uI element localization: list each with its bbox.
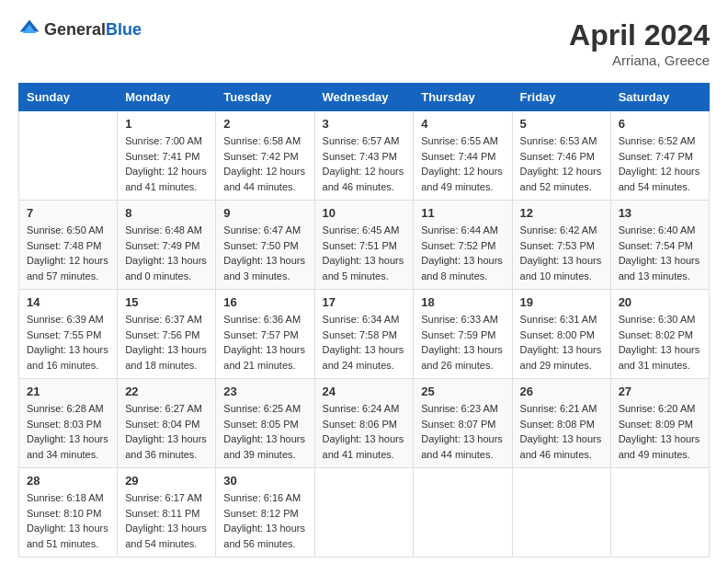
week-row-5: 28Sunrise: 6:18 AMSunset: 8:10 PMDayligh… [19,468,710,557]
day-number: 25 [421,385,504,398]
weekday-header-sunday: Sunday [19,84,118,111]
day-info: Sunrise: 6:52 AMSunset: 7:47 PMDaylight:… [619,133,701,194]
calendar-cell: 1Sunrise: 7:00 AMSunset: 7:41 PMDaylight… [118,111,216,201]
calendar-cell: 21Sunrise: 6:28 AMSunset: 8:03 PMDayligh… [19,379,118,468]
day-number: 28 [27,474,109,488]
day-info: Sunrise: 6:48 AMSunset: 7:49 PMDaylight:… [125,223,208,283]
calendar-cell: 14Sunrise: 6:39 AMSunset: 7:55 PMDayligh… [19,290,118,379]
day-info: Sunrise: 6:18 AMSunset: 8:10 PMDaylight:… [27,490,109,551]
day-number: 11 [421,206,504,220]
page-header: GeneralBlue April 2024 Arriana, Greece [18,18,710,68]
day-number: 12 [520,206,603,220]
day-number: 14 [27,295,109,309]
calendar-cell: 2Sunrise: 6:58 AMSunset: 7:42 PMDaylight… [216,111,314,201]
month-title: April 2024 [569,18,710,52]
week-row-1: 1Sunrise: 7:00 AMSunset: 7:41 PMDaylight… [19,111,710,201]
calendar-cell: 19Sunrise: 6:31 AMSunset: 8:00 PMDayligh… [512,290,610,379]
day-info: Sunrise: 6:25 AMSunset: 8:05 PMDaylight:… [223,401,306,462]
day-info: Sunrise: 6:16 AMSunset: 8:12 PMDaylight:… [223,490,306,551]
week-row-3: 14Sunrise: 6:39 AMSunset: 7:55 PMDayligh… [19,290,710,379]
day-info: Sunrise: 6:33 AMSunset: 7:59 PMDaylight:… [421,312,504,373]
calendar-cell: 10Sunrise: 6:45 AMSunset: 7:51 PMDayligh… [314,201,414,290]
logo-blue: Blue [106,20,142,39]
calendar-table: SundayMondayTuesdayWednesdayThursdayFrid… [18,83,710,557]
calendar-cell [610,468,709,557]
day-info: Sunrise: 6:50 AMSunset: 7:48 PMDaylight:… [27,223,109,283]
calendar-cell: 17Sunrise: 6:34 AMSunset: 7:58 PMDayligh… [314,290,414,379]
day-number: 23 [223,385,306,398]
day-number: 24 [323,385,406,398]
calendar-cell: 3Sunrise: 6:57 AMSunset: 7:43 PMDaylight… [314,111,414,201]
calendar-cell: 27Sunrise: 6:20 AMSunset: 8:09 PMDayligh… [610,379,709,468]
day-number: 13 [619,206,701,220]
day-info: Sunrise: 6:21 AMSunset: 8:08 PMDaylight:… [520,401,603,462]
day-number: 4 [421,117,504,131]
title-section: April 2024 Arriana, Greece [569,18,710,68]
calendar-cell: 12Sunrise: 6:42 AMSunset: 7:53 PMDayligh… [512,201,610,290]
calendar-cell: 24Sunrise: 6:24 AMSunset: 8:06 PMDayligh… [314,379,414,468]
day-number: 22 [125,385,208,398]
day-number: 2 [223,117,306,131]
calendar-cell: 18Sunrise: 6:33 AMSunset: 7:59 PMDayligh… [414,290,512,379]
calendar-cell: 23Sunrise: 6:25 AMSunset: 8:05 PMDayligh… [216,379,314,468]
day-info: Sunrise: 6:31 AMSunset: 8:00 PMDaylight:… [520,312,603,373]
day-info: Sunrise: 6:55 AMSunset: 7:44 PMDaylight:… [421,133,504,194]
day-number: 3 [323,117,406,131]
day-info: Sunrise: 6:44 AMSunset: 7:52 PMDaylight:… [421,223,504,283]
week-row-2: 7Sunrise: 6:50 AMSunset: 7:48 PMDaylight… [19,201,710,290]
calendar-body: 1Sunrise: 7:00 AMSunset: 7:41 PMDaylight… [19,111,710,557]
location: Arriana, Greece [569,52,710,68]
calendar-cell: 11Sunrise: 6:44 AMSunset: 7:52 PMDayligh… [414,201,512,290]
day-number: 7 [27,206,109,220]
day-number: 15 [125,295,208,309]
day-info: Sunrise: 6:45 AMSunset: 7:51 PMDaylight:… [323,223,406,283]
calendar-cell [512,468,610,557]
logo: GeneralBlue [18,18,142,40]
calendar-cell: 4Sunrise: 6:55 AMSunset: 7:44 PMDaylight… [414,111,512,201]
day-info: Sunrise: 6:30 AMSunset: 8:02 PMDaylight:… [619,312,701,373]
calendar-cell [414,468,512,557]
day-info: Sunrise: 6:39 AMSunset: 7:55 PMDaylight:… [27,312,109,373]
day-info: Sunrise: 6:20 AMSunset: 8:09 PMDaylight:… [619,401,701,462]
day-number: 16 [223,295,306,309]
day-info: Sunrise: 6:28 AMSunset: 8:03 PMDaylight:… [27,401,109,462]
calendar-cell [19,111,118,201]
day-info: Sunrise: 6:27 AMSunset: 8:04 PMDaylight:… [125,401,208,462]
calendar-cell: 8Sunrise: 6:48 AMSunset: 7:49 PMDaylight… [118,201,216,290]
day-number: 19 [520,295,603,309]
day-info: Sunrise: 6:23 AMSunset: 8:07 PMDaylight:… [421,401,504,462]
day-info: Sunrise: 6:42 AMSunset: 7:53 PMDaylight:… [520,223,603,283]
day-number: 27 [619,385,701,398]
weekday-header-wednesday: Wednesday [314,84,414,111]
day-info: Sunrise: 6:47 AMSunset: 7:50 PMDaylight:… [223,223,306,283]
calendar-cell [314,468,414,557]
weekday-header-saturday: Saturday [610,84,709,111]
calendar-cell: 13Sunrise: 6:40 AMSunset: 7:54 PMDayligh… [610,201,709,290]
day-number: 8 [125,206,208,220]
week-row-4: 21Sunrise: 6:28 AMSunset: 8:03 PMDayligh… [19,379,710,468]
day-number: 6 [619,117,701,131]
logo-general: General [44,20,106,39]
calendar-cell: 28Sunrise: 6:18 AMSunset: 8:10 PMDayligh… [19,468,118,557]
weekday-header-thursday: Thursday [414,84,512,111]
calendar-cell: 5Sunrise: 6:53 AMSunset: 7:46 PMDaylight… [512,111,610,201]
calendar-cell: 26Sunrise: 6:21 AMSunset: 8:08 PMDayligh… [512,379,610,468]
day-number: 1 [125,117,208,131]
weekday-header-monday: Monday [118,84,216,111]
calendar-cell: 20Sunrise: 6:30 AMSunset: 8:02 PMDayligh… [610,290,709,379]
day-info: Sunrise: 6:57 AMSunset: 7:43 PMDaylight:… [323,133,406,194]
day-info: Sunrise: 6:24 AMSunset: 8:06 PMDaylight:… [323,401,406,462]
day-number: 17 [323,295,406,309]
day-info: Sunrise: 7:00 AMSunset: 7:41 PMDaylight:… [125,133,208,194]
calendar-cell: 9Sunrise: 6:47 AMSunset: 7:50 PMDaylight… [216,201,314,290]
day-number: 9 [223,206,306,220]
logo-icon [18,18,40,40]
calendar-cell: 15Sunrise: 6:37 AMSunset: 7:56 PMDayligh… [118,290,216,379]
day-number: 26 [520,385,603,398]
day-number: 18 [421,295,504,309]
day-number: 5 [520,117,603,131]
calendar-cell: 6Sunrise: 6:52 AMSunset: 7:47 PMDaylight… [610,111,709,201]
day-info: Sunrise: 6:36 AMSunset: 7:57 PMDaylight:… [223,312,306,373]
day-info: Sunrise: 6:58 AMSunset: 7:42 PMDaylight:… [223,133,306,194]
calendar-cell: 29Sunrise: 6:17 AMSunset: 8:11 PMDayligh… [118,468,216,557]
